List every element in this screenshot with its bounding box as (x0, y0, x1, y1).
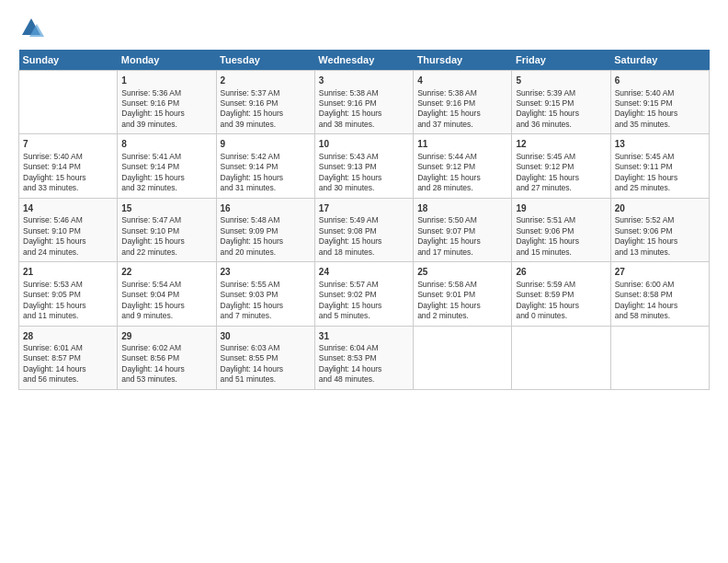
day-info: Sunrise: 5:42 AM Sunset: 9:14 PM Dayligh… (221, 152, 311, 194)
day-number: 15 (121, 202, 211, 215)
calendar-cell: 18Sunrise: 5:50 AM Sunset: 9:07 PM Dayli… (414, 198, 512, 261)
calendar-cell: 2Sunrise: 5:37 AM Sunset: 9:16 PM Daylig… (216, 71, 314, 134)
calendar-cell: 22Sunrise: 5:54 AM Sunset: 9:04 PM Dayli… (118, 262, 216, 326)
weekday-header-thursday: Thursday (414, 50, 512, 71)
week-row-2: 7Sunrise: 5:40 AM Sunset: 9:14 PM Daylig… (19, 134, 710, 198)
calendar-cell: 13Sunrise: 5:45 AM Sunset: 9:11 PM Dayli… (610, 134, 709, 198)
day-info: Sunrise: 5:46 AM Sunset: 9:10 PM Dayligh… (23, 215, 113, 258)
calendar-table: SundayMondayTuesdayWednesdayThursdayFrid… (18, 50, 710, 390)
day-number: 19 (516, 202, 606, 215)
weekday-header-monday: Monday (118, 50, 216, 71)
day-number: 10 (319, 138, 409, 151)
day-info: Sunrise: 5:38 AM Sunset: 9:16 PM Dayligh… (319, 88, 409, 131)
calendar-cell (610, 326, 709, 389)
calendar-cell: 7Sunrise: 5:40 AM Sunset: 9:14 PM Daylig… (19, 134, 118, 198)
day-info: Sunrise: 5:59 AM Sunset: 8:59 PM Dayligh… (516, 280, 606, 322)
day-info: Sunrise: 5:53 AM Sunset: 9:05 PM Dayligh… (23, 280, 113, 322)
calendar-cell: 12Sunrise: 5:45 AM Sunset: 9:12 PM Dayli… (512, 134, 610, 198)
day-number: 1 (121, 75, 211, 87)
week-row-5: 28Sunrise: 6:01 AM Sunset: 8:57 PM Dayli… (19, 326, 710, 389)
day-info: Sunrise: 5:45 AM Sunset: 9:12 PM Dayligh… (516, 152, 606, 194)
day-number: 2 (221, 75, 311, 87)
day-info: Sunrise: 5:39 AM Sunset: 9:15 PM Dayligh… (516, 88, 606, 131)
day-number: 4 (417, 75, 507, 87)
weekday-header-row: SundayMondayTuesdayWednesdayThursdayFrid… (19, 50, 710, 71)
day-number: 31 (319, 330, 409, 343)
day-number: 13 (615, 138, 705, 151)
day-info: Sunrise: 5:40 AM Sunset: 9:15 PM Dayligh… (615, 88, 705, 131)
calendar-cell: 15Sunrise: 5:47 AM Sunset: 9:10 PM Dayli… (118, 198, 216, 261)
page: SundayMondayTuesdayWednesdayThursdayFrid… (0, 0, 728, 563)
day-number: 21 (23, 266, 113, 279)
day-info: Sunrise: 5:51 AM Sunset: 9:06 PM Dayligh… (516, 215, 606, 258)
day-number: 5 (516, 75, 606, 87)
calendar-cell: 21Sunrise: 5:53 AM Sunset: 9:05 PM Dayli… (19, 262, 118, 326)
day-number: 3 (319, 75, 409, 87)
weekday-header-sunday: Sunday (19, 50, 118, 71)
day-info: Sunrise: 5:52 AM Sunset: 9:06 PM Dayligh… (615, 215, 705, 258)
day-number: 24 (319, 266, 409, 279)
calendar-cell: 26Sunrise: 5:59 AM Sunset: 8:59 PM Dayli… (512, 262, 610, 326)
calendar-cell: 9Sunrise: 5:42 AM Sunset: 9:14 PM Daylig… (216, 134, 314, 198)
day-info: Sunrise: 5:47 AM Sunset: 9:10 PM Dayligh… (121, 215, 211, 258)
weekday-header-wednesday: Wednesday (314, 50, 413, 71)
day-number: 30 (221, 330, 311, 343)
calendar-cell: 14Sunrise: 5:46 AM Sunset: 9:10 PM Dayli… (19, 198, 118, 261)
day-number: 20 (615, 202, 705, 215)
calendar-cell (512, 326, 610, 389)
day-info: Sunrise: 5:58 AM Sunset: 9:01 PM Dayligh… (417, 280, 507, 322)
calendar-cell: 4Sunrise: 5:38 AM Sunset: 9:16 PM Daylig… (414, 71, 512, 134)
day-info: Sunrise: 5:40 AM Sunset: 9:14 PM Dayligh… (23, 152, 113, 194)
day-info: Sunrise: 5:38 AM Sunset: 9:16 PM Dayligh… (417, 88, 507, 131)
week-row-3: 14Sunrise: 5:46 AM Sunset: 9:10 PM Dayli… (19, 198, 710, 261)
day-info: Sunrise: 5:37 AM Sunset: 9:16 PM Dayligh… (221, 88, 311, 131)
week-row-1: 1Sunrise: 5:36 AM Sunset: 9:16 PM Daylig… (19, 71, 710, 134)
day-info: Sunrise: 5:57 AM Sunset: 9:02 PM Dayligh… (319, 280, 409, 322)
calendar-cell: 29Sunrise: 6:02 AM Sunset: 8:56 PM Dayli… (118, 326, 216, 389)
calendar-cell: 11Sunrise: 5:44 AM Sunset: 9:12 PM Dayli… (414, 134, 512, 198)
logo-icon (18, 15, 44, 40)
calendar-cell: 1Sunrise: 5:36 AM Sunset: 9:16 PM Daylig… (118, 71, 216, 134)
day-number: 8 (121, 138, 211, 151)
day-info: Sunrise: 5:48 AM Sunset: 9:09 PM Dayligh… (221, 215, 311, 258)
day-info: Sunrise: 5:44 AM Sunset: 9:12 PM Dayligh… (417, 152, 507, 194)
day-info: Sunrise: 5:45 AM Sunset: 9:11 PM Dayligh… (615, 152, 705, 194)
calendar-cell (19, 71, 118, 134)
calendar-cell (414, 326, 512, 389)
calendar-cell: 10Sunrise: 5:43 AM Sunset: 9:13 PM Dayli… (314, 134, 413, 198)
weekday-header-friday: Friday (512, 50, 610, 71)
calendar-cell: 25Sunrise: 5:58 AM Sunset: 9:01 PM Dayli… (414, 262, 512, 326)
calendar-cell: 17Sunrise: 5:49 AM Sunset: 9:08 PM Dayli… (314, 198, 413, 261)
day-number: 23 (221, 266, 311, 279)
day-info: Sunrise: 6:03 AM Sunset: 8:55 PM Dayligh… (221, 343, 311, 385)
day-info: Sunrise: 5:41 AM Sunset: 9:14 PM Dayligh… (121, 152, 211, 194)
day-number: 11 (417, 138, 507, 151)
day-info: Sunrise: 6:02 AM Sunset: 8:56 PM Dayligh… (121, 343, 211, 385)
day-number: 26 (516, 266, 606, 279)
calendar-cell: 27Sunrise: 6:00 AM Sunset: 8:58 PM Dayli… (610, 262, 709, 326)
day-info: Sunrise: 5:54 AM Sunset: 9:04 PM Dayligh… (121, 280, 211, 322)
calendar-cell: 30Sunrise: 6:03 AM Sunset: 8:55 PM Dayli… (216, 326, 314, 389)
calendar-cell: 23Sunrise: 5:55 AM Sunset: 9:03 PM Dayli… (216, 262, 314, 326)
day-number: 12 (516, 138, 606, 151)
calendar-cell: 19Sunrise: 5:51 AM Sunset: 9:06 PM Dayli… (512, 198, 610, 261)
calendar-cell: 5Sunrise: 5:39 AM Sunset: 9:15 PM Daylig… (512, 71, 610, 134)
weekday-header-saturday: Saturday (610, 50, 709, 71)
day-info: Sunrise: 5:43 AM Sunset: 9:13 PM Dayligh… (319, 152, 409, 194)
day-info: Sunrise: 6:00 AM Sunset: 8:58 PM Dayligh… (615, 280, 705, 322)
day-number: 17 (319, 202, 409, 215)
day-number: 6 (615, 75, 705, 87)
calendar-cell: 3Sunrise: 5:38 AM Sunset: 9:16 PM Daylig… (314, 71, 413, 134)
calendar-cell: 16Sunrise: 5:48 AM Sunset: 9:09 PM Dayli… (216, 198, 314, 261)
day-info: Sunrise: 5:50 AM Sunset: 9:07 PM Dayligh… (417, 215, 507, 258)
day-info: Sunrise: 5:49 AM Sunset: 9:08 PM Dayligh… (319, 215, 409, 258)
calendar-cell: 24Sunrise: 5:57 AM Sunset: 9:02 PM Dayli… (314, 262, 413, 326)
day-number: 29 (121, 330, 211, 343)
day-number: 28 (23, 330, 113, 343)
calendar-cell: 20Sunrise: 5:52 AM Sunset: 9:06 PM Dayli… (610, 198, 709, 261)
day-number: 16 (221, 202, 311, 215)
day-info: Sunrise: 6:01 AM Sunset: 8:57 PM Dayligh… (23, 343, 113, 385)
day-number: 27 (615, 266, 705, 279)
weekday-header-tuesday: Tuesday (216, 50, 314, 71)
day-number: 22 (121, 266, 211, 279)
